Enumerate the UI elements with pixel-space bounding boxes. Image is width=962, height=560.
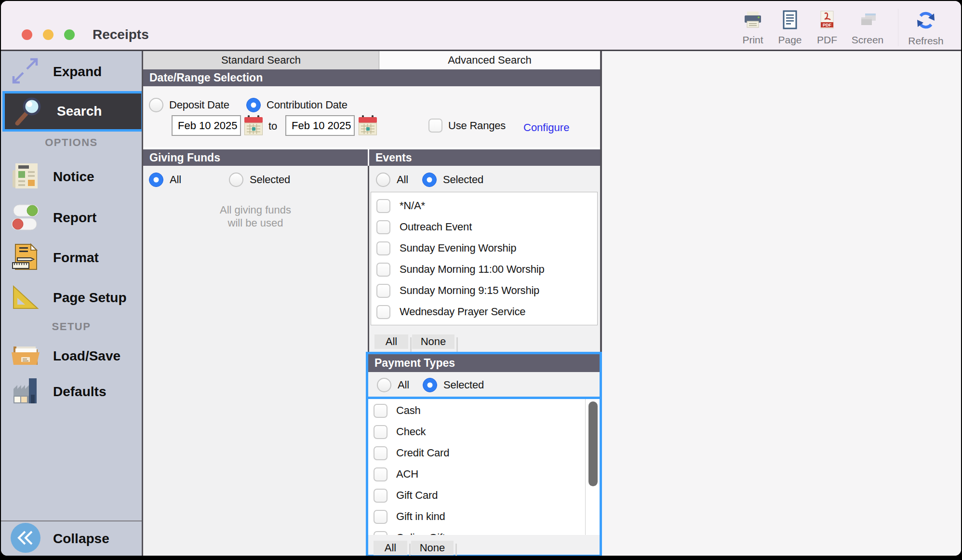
list-item[interactable]: Online Gift (368, 527, 600, 535)
tab-advanced-search[interactable]: Advanced Search (379, 51, 600, 69)
payment-types-header: Payment Types (368, 354, 600, 372)
sidebar-divider (1, 520, 142, 521)
giving-funds-note: All giving funds will be used (183, 203, 328, 229)
sidebar-item-label: Load/Save (53, 348, 120, 364)
list-item[interactable]: Outreach Event (371, 216, 597, 238)
events-all-button[interactable]: All (374, 334, 408, 349)
notice-icon (10, 160, 40, 193)
to-label: to (268, 120, 277, 133)
sidebar-item-label: Expand (53, 64, 102, 80)
events-list: *N/A* Outreach Event Sunday Evening Wors… (371, 192, 598, 325)
expand-icon (10, 55, 40, 88)
sidebar-item-report[interactable]: Report (1, 200, 142, 235)
refresh-icon (915, 10, 936, 33)
sidebar-item-label: Search (57, 104, 102, 119)
date-range-body: Deposit Date Contribution Date Feb 10 20… (143, 86, 600, 147)
screen-button[interactable]: Screen (845, 10, 890, 46)
scrollbar-thumb[interactable] (588, 401, 598, 486)
screen-label: Screen (852, 34, 884, 46)
calendar-icon (359, 115, 377, 138)
print-button[interactable]: Print (734, 10, 772, 46)
load-save-icon (10, 340, 41, 373)
print-label: Print (742, 34, 763, 46)
sidebar-item-notice[interactable]: Notice (1, 160, 142, 194)
list-item[interactable]: Gift Card (368, 485, 600, 506)
list-item[interactable]: Gift in kind (368, 506, 600, 527)
page-label: Page (778, 34, 802, 46)
payment-selected-radio[interactable]: Selected (423, 378, 484, 392)
list-item[interactable]: Sunday Evening Worship (371, 238, 597, 259)
sidebar-item-label: Collapse (53, 531, 109, 547)
events-selected-radio[interactable]: Selected (422, 173, 483, 187)
giving-funds-header: Giving Funds (143, 149, 368, 166)
pdf-label: PDF (817, 34, 837, 46)
events-none-button[interactable]: None (412, 334, 454, 349)
format-icon (10, 241, 40, 274)
list-item[interactable]: Cash (368, 400, 600, 421)
payment-all-radio[interactable]: All (377, 378, 409, 392)
giving-funds-all-radio[interactable]: All (149, 173, 181, 187)
sidebar-item-label: Format (53, 250, 99, 266)
sidebar-item-defaults[interactable]: Defaults (1, 374, 142, 409)
scrollbar-track-border (585, 399, 586, 535)
date-range-header: Date/Range Selection (143, 69, 600, 86)
giving-funds-selected-radio[interactable]: Selected (229, 173, 290, 187)
events-body: All Selected *N/A* Outreach Event Sunday… (369, 166, 600, 352)
list-item[interactable]: *N/A* (371, 195, 597, 216)
sidebar-item-format[interactable]: Format (1, 240, 142, 275)
sidebar-item-collapse[interactable]: Collapse (1, 522, 142, 556)
sidebar-item-page-setup[interactable]: Page Setup (1, 280, 142, 315)
page-icon (780, 10, 800, 32)
list-item[interactable]: ACH (368, 464, 600, 485)
sidebar-item-search[interactable]: Search (2, 91, 144, 132)
payment-none-button[interactable]: None (411, 541, 454, 555)
date-to-input[interactable]: Feb 10 2025 (285, 115, 355, 136)
giving-funds-body: All Selected All giving funds will be us… (143, 166, 368, 556)
defaults-icon (10, 375, 40, 408)
list-item[interactable]: Sunday Morning 9:15 Worship (371, 280, 597, 301)
title-bar: Receipts Print (1, 1, 961, 51)
screen-icon (857, 10, 878, 32)
refresh-button[interactable]: Refresh (903, 10, 949, 47)
calendar-icon (244, 115, 263, 138)
collapse-icon (10, 522, 41, 556)
window-title: Receipts (93, 27, 149, 42)
svg-text:PDF: PDF (823, 23, 832, 27)
sidebar-item-label: Page Setup (53, 290, 126, 306)
list-item[interactable]: Sunday Morning 11:00 Worship (371, 259, 597, 280)
sidebar-item-label: Report (53, 210, 96, 226)
deposit-date-radio[interactable]: Deposit Date (149, 98, 229, 112)
zoom-button[interactable] (64, 29, 75, 40)
payment-list: Cash Check Credit Card ACH Gift Card Gif… (368, 399, 600, 535)
sidebar-item-label: Notice (53, 169, 94, 185)
list-item[interactable]: Credit Card (368, 442, 600, 464)
sidebar-section-options: OPTIONS (1, 136, 142, 149)
use-ranges-checkbox[interactable]: Use Ranges (428, 119, 506, 133)
date-from-input[interactable]: Feb 10 2025 (172, 115, 241, 136)
list-item[interactable]: Check (368, 421, 600, 442)
configure-link[interactable]: Configure (523, 121, 569, 134)
sidebar-item-expand[interactable]: Expand (1, 54, 142, 89)
sidebar-section-setup: SETUP (1, 320, 142, 333)
pdf-button[interactable]: PDF PDF (808, 10, 846, 46)
preview-area (602, 51, 961, 556)
sidebar-item-load-save[interactable]: Load/Save (1, 339, 142, 373)
search-icon (13, 94, 45, 128)
events-header: Events (369, 149, 600, 166)
tab-standard-search[interactable]: Standard Search (143, 51, 379, 69)
list-item[interactable]: Wednesday Prayer Service (371, 301, 597, 322)
app-window: Receipts Print (1, 1, 961, 556)
close-button[interactable] (22, 29, 32, 40)
minimize-button[interactable] (43, 29, 53, 40)
events-all-radio[interactable]: All (376, 173, 408, 187)
sidebar: Expand Search OPTIONS (1, 51, 142, 556)
report-icon (10, 201, 41, 235)
refresh-label: Refresh (908, 35, 944, 47)
page-button[interactable]: Page (771, 10, 809, 46)
date-from-calendar-button[interactable] (244, 115, 263, 138)
page-setup-icon (10, 281, 40, 314)
toolbar-separator (898, 9, 898, 46)
payment-all-button[interactable]: All (374, 541, 407, 555)
date-to-calendar-button[interactable] (359, 115, 377, 138)
contribution-date-radio[interactable]: Contribution Date (246, 98, 347, 112)
